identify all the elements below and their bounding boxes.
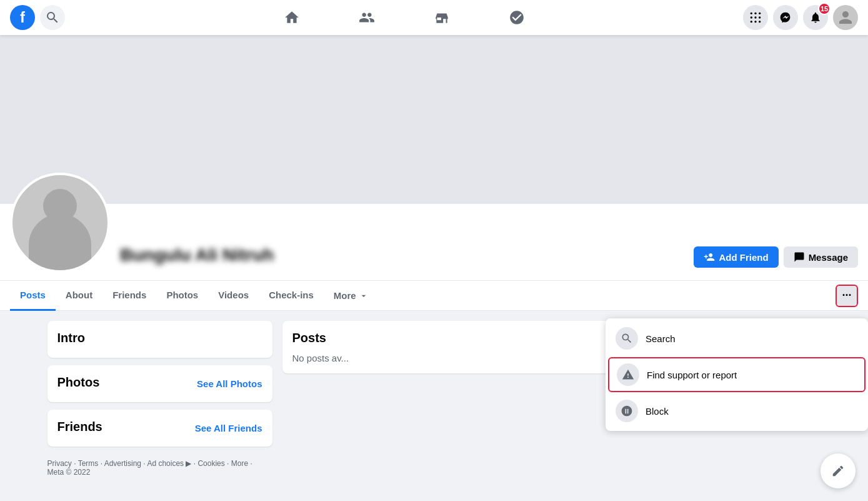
profile-dropdown-menu: Search Find support or report Block bbox=[606, 318, 868, 431]
more-options-button[interactable]: ··· bbox=[836, 285, 858, 307]
avatar-head bbox=[43, 189, 77, 223]
svg-point-6 bbox=[751, 21, 752, 23]
nav-center bbox=[65, 3, 743, 33]
warning-icon bbox=[622, 368, 634, 381]
chevron-down-icon bbox=[359, 291, 369, 301]
marketplace-icon bbox=[434, 9, 450, 26]
svg-point-2 bbox=[759, 13, 761, 14]
marketplace-nav-button[interactable] bbox=[407, 3, 477, 33]
tab-posts[interactable]: Posts bbox=[10, 281, 56, 311]
intro-title: Intro bbox=[57, 331, 262, 345]
terms-link[interactable]: Terms bbox=[78, 459, 99, 468]
add-friend-button[interactable]: Add Friend bbox=[694, 246, 778, 268]
menu-button[interactable] bbox=[743, 5, 768, 30]
profile-area: Bungulu Ali Nitruh Add Friend Message Po… bbox=[0, 35, 868, 311]
left-column: Intro Photos See All Photos Friends See … bbox=[47, 321, 272, 477]
messenger-icon bbox=[779, 11, 792, 24]
svg-point-0 bbox=[751, 13, 752, 14]
grid-icon bbox=[749, 11, 762, 24]
tab-videos[interactable]: Videos bbox=[208, 281, 259, 311]
block-icon bbox=[621, 405, 633, 417]
home-nav-button[interactable] bbox=[257, 3, 327, 33]
search-icon-dropdown bbox=[621, 332, 633, 345]
groups-icon bbox=[509, 9, 525, 26]
see-all-friends-link[interactable]: See All Friends bbox=[195, 423, 262, 433]
nav-right: 15 bbox=[743, 5, 858, 30]
search-icon bbox=[45, 10, 60, 25]
compose-button[interactable] bbox=[821, 453, 856, 488]
svg-point-1 bbox=[754, 13, 756, 14]
notifications-button[interactable]: 15 bbox=[803, 5, 828, 30]
tab-more[interactable]: More bbox=[324, 281, 379, 310]
nav-left: f bbox=[10, 5, 65, 30]
compose-icon bbox=[831, 464, 845, 478]
friends-card-header: Friends See All Friends bbox=[57, 420, 262, 437]
search-button[interactable] bbox=[40, 5, 65, 30]
dropdown-search-item[interactable]: Search bbox=[606, 321, 868, 356]
svg-point-5 bbox=[759, 16, 761, 18]
friends-icon bbox=[359, 9, 375, 26]
tab-photos[interactable]: Photos bbox=[156, 281, 208, 311]
tab-checkins[interactable]: Check-ins bbox=[259, 281, 324, 311]
intro-card: Intro bbox=[47, 321, 272, 358]
avatar-silhouette bbox=[29, 214, 91, 273]
home-icon bbox=[284, 9, 300, 26]
profile-avatar-button[interactable] bbox=[833, 5, 858, 30]
search-dropdown-icon bbox=[616, 327, 638, 350]
svg-point-7 bbox=[754, 21, 756, 23]
photos-card-title: Photos bbox=[57, 375, 100, 390]
profile-tabs: Posts About Friends Photos Videos Check-… bbox=[0, 281, 868, 311]
cover-photo bbox=[0, 35, 868, 204]
groups-nav-button[interactable] bbox=[482, 3, 552, 33]
dropdown-block-item[interactable]: Block bbox=[606, 393, 868, 428]
privacy-link[interactable]: Privacy bbox=[47, 459, 72, 468]
svg-point-4 bbox=[754, 16, 756, 18]
message-icon bbox=[794, 251, 805, 263]
tab-about[interactable]: About bbox=[56, 281, 102, 311]
messenger-button[interactable] bbox=[773, 5, 798, 30]
profile-info-bar: Bungulu Ali Nitruh Add Friend Message bbox=[0, 204, 868, 281]
top-navigation: f 15 bbox=[0, 0, 868, 35]
friends-nav-button[interactable] bbox=[332, 3, 402, 33]
see-all-photos-link[interactable]: See All Photos bbox=[197, 378, 262, 389]
svg-point-3 bbox=[751, 16, 752, 18]
profile-name-area: Bungulu Ali Nitruh bbox=[120, 245, 684, 273]
footer: Privacy · Terms · Advertising · Ad choic… bbox=[47, 459, 272, 477]
friends-card-title: Friends bbox=[57, 420, 102, 434]
photos-card-header: Photos See All Photos bbox=[57, 375, 262, 392]
advertising-link[interactable]: Advertising bbox=[104, 459, 141, 468]
notification-count: 15 bbox=[818, 3, 831, 15]
ad-choices-link[interactable]: Ad choices bbox=[147, 459, 184, 468]
svg-point-8 bbox=[759, 21, 761, 23]
facebook-logo[interactable]: f bbox=[10, 5, 35, 30]
photos-card: Photos See All Photos bbox=[47, 365, 272, 402]
friends-card: Friends See All Friends bbox=[47, 410, 272, 447]
more-footer-link[interactable]: More bbox=[231, 459, 248, 468]
profile-avatar bbox=[10, 173, 110, 273]
profile-avatar-icon bbox=[836, 8, 855, 27]
copyright: Meta © 2022 bbox=[47, 468, 91, 477]
dropdown-report-item[interactable]: Find support or report bbox=[608, 357, 866, 392]
message-button[interactable]: Message bbox=[784, 246, 858, 268]
add-friend-icon bbox=[704, 251, 715, 263]
tab-friends[interactable]: Friends bbox=[102, 281, 156, 311]
report-dropdown-icon bbox=[617, 363, 639, 386]
profile-actions: Add Friend Message bbox=[694, 246, 858, 273]
block-dropdown-icon bbox=[616, 400, 638, 422]
cookies-link[interactable]: Cookies bbox=[197, 459, 224, 468]
profile-avatar-wrap bbox=[10, 173, 110, 273]
profile-name: Bungulu Ali Nitruh bbox=[120, 245, 684, 265]
